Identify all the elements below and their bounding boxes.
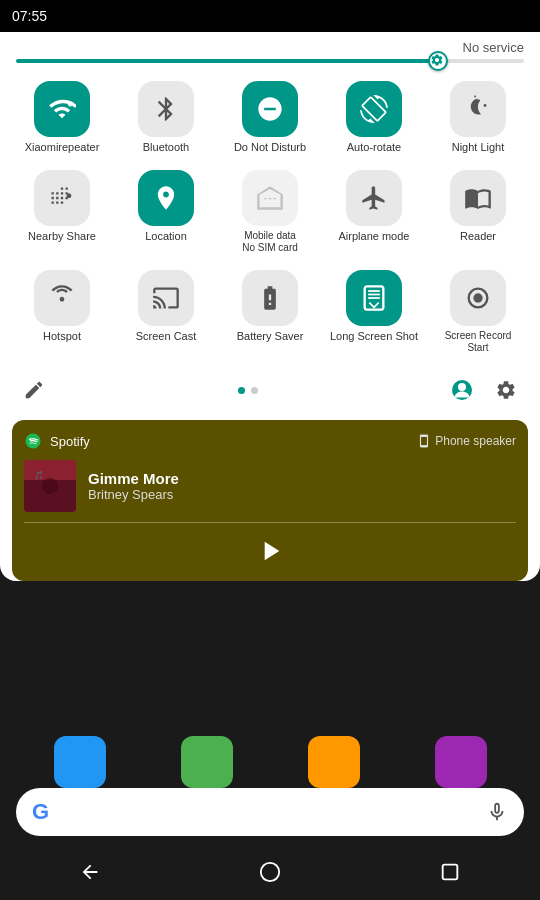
brightness-fill [16, 59, 448, 63]
tile-label-hotspot: Hotspot [43, 330, 81, 343]
tile-label-nearbyshare: Nearby Share [28, 230, 96, 243]
search-bar[interactable]: G [16, 788, 524, 836]
home-button[interactable] [250, 852, 290, 892]
tile-autorotate[interactable]: Auto-rotate [324, 75, 424, 160]
tile-label-batterysaver: Battery Saver [237, 330, 304, 343]
svg-point-8 [473, 294, 482, 303]
brightness-thumb[interactable] [428, 51, 448, 71]
play-icon [254, 535, 286, 567]
user-button[interactable] [444, 372, 480, 408]
tile-icon-nightlight [450, 81, 506, 137]
phone-speaker[interactable]: Phone speaker [417, 434, 516, 448]
spotify-card: Spotify Phone speaker 🎵 Gimme M [12, 420, 528, 581]
dock-icon-3[interactable] [308, 736, 360, 788]
recent-button[interactable] [430, 852, 470, 892]
mic-icon [486, 801, 508, 823]
tile-icon-nearbyshare [34, 170, 90, 226]
tile-longscreenshot[interactable]: Long Screen Shot [324, 264, 424, 360]
tile-icon-longscreenshot [346, 270, 402, 326]
svg-point-14 [42, 478, 58, 494]
dock-icon-1[interactable] [54, 736, 106, 788]
phone-speaker-label: Phone speaker [435, 434, 516, 448]
status-bar: 07:55 [0, 0, 540, 32]
track-name: Gimme More [88, 470, 516, 487]
tile-icon-mobiledata [242, 170, 298, 226]
user-icon [450, 378, 474, 402]
tile-label-autorotate: Auto-rotate [347, 141, 401, 154]
tile-donotdisturb[interactable]: Do Not Disturb [220, 75, 320, 160]
tile-batterysaver[interactable]: Battery Saver [220, 264, 320, 360]
tile-mobiledata[interactable]: Mobile data No SIM card [220, 164, 320, 260]
spotify-title-row: Spotify [24, 432, 90, 450]
tile-icon-screenrecord [450, 270, 506, 326]
tile-xiaomirepeater[interactable]: Xiaomirepeater [12, 75, 112, 160]
svg-point-2 [484, 104, 487, 107]
nav-bar [0, 844, 540, 900]
tile-label-xiaomirepeater: Xiaomirepeater [25, 141, 100, 154]
brightness-bar[interactable] [16, 59, 524, 63]
dock-icon-4[interactable] [435, 736, 487, 788]
track-row: 🎵 Gimme More Britney Spears [24, 460, 516, 512]
svg-rect-17 [443, 865, 458, 880]
home-icon [259, 861, 281, 883]
play-button[interactable] [252, 533, 288, 569]
tile-icon-xiaomirepeater [34, 81, 90, 137]
homescreen-dock [0, 736, 540, 788]
album-art-image: 🎵 [24, 460, 76, 512]
tile-nightlight[interactable]: Night Light [428, 75, 528, 160]
tile-label-nightlight: Night Light [452, 141, 505, 154]
no-service-label: No service [16, 40, 524, 55]
page-indicators [238, 387, 258, 394]
spotify-logo-icon [24, 432, 42, 450]
tile-label-screencast: Screen Cast [136, 330, 197, 343]
back-button[interactable] [70, 852, 110, 892]
tile-icon-bluetooth [138, 81, 194, 137]
dock-icon-2[interactable] [181, 736, 233, 788]
svg-point-10 [458, 383, 466, 391]
track-artist: Britney Spears [88, 487, 516, 502]
tiles-grid: Xiaomirepeater Bluetooth Do Not Disturb [0, 67, 540, 368]
album-art: 🎵 [24, 460, 76, 512]
quick-settings-panel: No service [0, 32, 540, 581]
playback-controls [24, 533, 516, 569]
tile-label-reader: Reader [460, 230, 496, 243]
tile-screenrecord[interactable]: Screen Record Start [428, 264, 528, 360]
tile-bluetooth[interactable]: Bluetooth [116, 75, 216, 160]
tile-label-donotdisturb: Do Not Disturb [234, 141, 306, 154]
tile-label-mobiledata: Mobile data No SIM card [242, 230, 298, 254]
edit-button[interactable] [16, 372, 52, 408]
tile-airplanemode[interactable]: Airplane mode [324, 164, 424, 260]
progress-bar[interactable] [24, 522, 516, 523]
tile-reader[interactable]: Reader [428, 164, 528, 260]
tile-icon-reader [450, 170, 506, 226]
page-dot-1 [238, 387, 245, 394]
phone-speaker-icon [417, 434, 431, 448]
tile-icon-location [138, 170, 194, 226]
tile-icon-autorotate [346, 81, 402, 137]
track-info: Gimme More Britney Spears [88, 470, 516, 502]
google-g-logo: G [32, 799, 49, 825]
spotify-app-name: Spotify [50, 434, 90, 449]
qs-top-section: No service [0, 32, 540, 67]
qs-bottom-bar [0, 368, 540, 416]
tile-hotspot[interactable]: Hotspot [12, 264, 112, 360]
tile-label-longscreenshot: Long Screen Shot [330, 330, 418, 343]
settings-icon [495, 379, 517, 401]
status-time: 07:55 [12, 8, 47, 24]
tile-nearbyshare[interactable]: Nearby Share [12, 164, 112, 260]
tile-icon-donotdisturb [242, 81, 298, 137]
mic-button[interactable] [486, 801, 508, 823]
brightness-row [16, 59, 524, 63]
tile-icon-screencast [138, 270, 194, 326]
tile-label-screenrecord: Screen Record Start [445, 330, 512, 354]
tile-label-bluetooth: Bluetooth [143, 141, 189, 154]
svg-point-16 [261, 863, 279, 881]
tile-icon-airplanemode [346, 170, 402, 226]
settings-button[interactable] [488, 372, 524, 408]
tile-icon-hotspot [34, 270, 90, 326]
spotify-header: Spotify Phone speaker [24, 432, 516, 450]
tile-label-airplanemode: Airplane mode [339, 230, 410, 243]
svg-text:🎵: 🎵 [34, 470, 44, 480]
tile-location[interactable]: Location [116, 164, 216, 260]
tile-screencast[interactable]: Screen Cast [116, 264, 216, 360]
